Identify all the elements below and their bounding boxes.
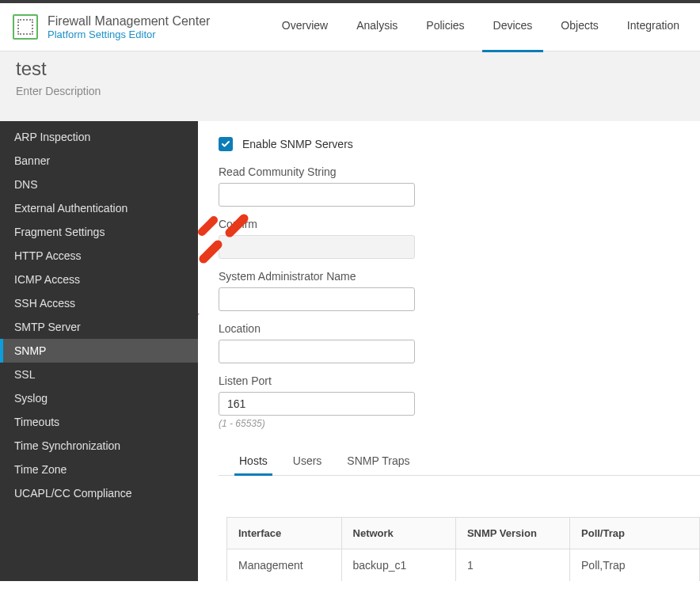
col-interface: Interface bbox=[227, 518, 342, 549]
sysadmin-label: System Administrator Name bbox=[219, 270, 700, 283]
sidebar-item-banner[interactable]: Banner bbox=[0, 149, 198, 173]
cell-interface: Management bbox=[227, 549, 342, 582]
sidebar-item-ssh-access[interactable]: SSH Access bbox=[0, 291, 198, 315]
cell-network: backup_c1 bbox=[341, 549, 455, 582]
sidebar-item-icmp-access[interactable]: ICMP Access bbox=[0, 268, 198, 291]
sidebar-item-fragment-settings[interactable]: Fragment Settings bbox=[0, 220, 198, 244]
sidebar-item-ssl[interactable]: SSL bbox=[0, 363, 198, 386]
sidebar-item-external-authentication[interactable]: External Authentication bbox=[0, 196, 198, 220]
location-label: Location bbox=[219, 322, 700, 335]
location-group: Location bbox=[219, 322, 700, 363]
app-subtitle[interactable]: Platform Settings Editor bbox=[48, 28, 210, 40]
enable-snmp-label: Enable SNMP Servers bbox=[242, 138, 353, 150]
logo-icon bbox=[13, 14, 38, 40]
sidebar-item-smtp-server[interactable]: SMTP Server bbox=[0, 315, 198, 339]
header: Firewall Management Center Platform Sett… bbox=[0, 3, 700, 51]
confirm-label: Confirm bbox=[219, 218, 700, 230]
sidebar-item-syslog[interactable]: Syslog bbox=[0, 386, 198, 410]
sidebar-item-snmp[interactable]: SNMP bbox=[0, 339, 198, 363]
sidebar-item-http-access[interactable]: HTTP Access bbox=[0, 244, 198, 268]
nav-analysis[interactable]: Analysis bbox=[355, 10, 399, 44]
check-icon bbox=[221, 139, 230, 149]
listen-port-group: Listen Port (1 - 65535) bbox=[219, 374, 700, 429]
cell-poll-trap: Poll,Trap bbox=[570, 549, 700, 582]
col-poll-trap: Poll/Trap bbox=[570, 518, 700, 549]
nav-objects[interactable]: Objects bbox=[559, 10, 599, 44]
read-community-input[interactable] bbox=[219, 183, 415, 207]
sidebar-item-time-synchronization[interactable]: Time Synchronization bbox=[0, 434, 198, 458]
page-title: test bbox=[16, 58, 684, 80]
tab-hosts[interactable]: Hosts bbox=[238, 446, 269, 475]
tab-snmp-traps[interactable]: SNMP Traps bbox=[345, 446, 411, 475]
read-community-label: Read Community String bbox=[219, 165, 700, 178]
nav-integration[interactable]: Integration bbox=[626, 10, 681, 44]
main: Enable SNMP Servers Read Community Strin… bbox=[198, 121, 700, 581]
location-input[interactable] bbox=[219, 340, 415, 363]
logo-titles: Firewall Management Center Platform Sett… bbox=[48, 14, 210, 40]
enable-snmp-row: Enable SNMP Servers bbox=[219, 137, 700, 151]
col-snmp-version: SNMP Version bbox=[455, 518, 569, 549]
svg-marker-9 bbox=[198, 291, 200, 355]
svg-line-7 bbox=[204, 245, 218, 259]
confirm-group: Confirm bbox=[219, 218, 700, 259]
listen-port-input[interactable] bbox=[219, 392, 415, 416]
sidebar: ARP Inspection Banner DNS External Authe… bbox=[0, 121, 198, 581]
sidebar-item-timeouts[interactable]: Timeouts bbox=[0, 410, 198, 434]
col-network: Network bbox=[341, 518, 455, 549]
sidebar-item-ucapl-cc-compliance[interactable]: UCAPL/CC Compliance bbox=[0, 481, 198, 505]
confirm-input[interactable] bbox=[219, 235, 415, 259]
svg-line-0 bbox=[202, 220, 214, 232]
nav-overview[interactable]: Overview bbox=[280, 10, 329, 44]
body-layout: ARP Inspection Banner DNS External Authe… bbox=[0, 121, 700, 581]
logo-area: Firewall Management Center Platform Sett… bbox=[13, 14, 210, 40]
cell-snmp-version: 1 bbox=[455, 549, 569, 582]
tabs: Hosts Users SNMP Traps bbox=[219, 446, 700, 476]
listen-port-label: Listen Port bbox=[219, 374, 700, 387]
page-header: test Enter Description bbox=[0, 51, 700, 121]
read-community-group: Read Community String bbox=[219, 165, 700, 207]
nav: Overview Analysis Policies Devices Objec… bbox=[280, 10, 687, 44]
app-title: Firewall Management Center bbox=[48, 14, 210, 28]
sidebar-item-time-zone[interactable]: Time Zone bbox=[0, 458, 198, 481]
page-description: Enter Description bbox=[16, 85, 684, 97]
hosts-table: Interface Network SNMP Version Poll/Trap… bbox=[226, 517, 700, 581]
enable-snmp-checkbox[interactable] bbox=[219, 137, 233, 151]
nav-policies[interactable]: Policies bbox=[424, 10, 466, 44]
nav-devices[interactable]: Devices bbox=[492, 10, 535, 44]
sidebar-item-dns[interactable]: DNS bbox=[0, 173, 198, 196]
hosts-table-wrap: Interface Network SNMP Version Poll/Trap… bbox=[226, 517, 700, 581]
listen-port-hint: (1 - 65535) bbox=[219, 418, 700, 429]
sysadmin-input[interactable] bbox=[219, 287, 415, 311]
table-row[interactable]: Management backup_c1 1 Poll,Trap bbox=[227, 549, 700, 582]
sidebar-item-arp-inspection[interactable]: ARP Inspection bbox=[0, 121, 198, 149]
table-header-row: Interface Network SNMP Version Poll/Trap bbox=[227, 518, 700, 549]
tab-users[interactable]: Users bbox=[291, 446, 324, 475]
sysadmin-group: System Administrator Name bbox=[219, 270, 700, 311]
